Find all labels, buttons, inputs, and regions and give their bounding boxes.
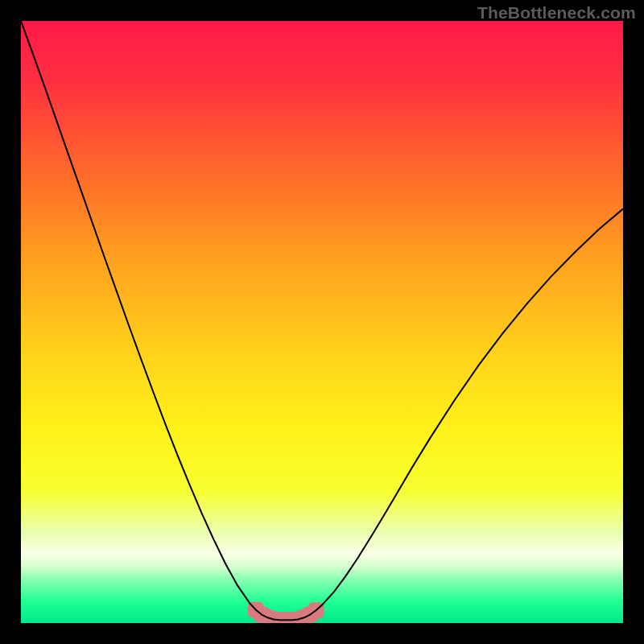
watermark-text: TheBottleneck.com [477,3,636,23]
plot-area [21,21,623,623]
chart-frame: TheBottleneck.com [0,0,644,644]
bottleneck-curve [21,21,623,620]
chart-svg [21,21,623,623]
